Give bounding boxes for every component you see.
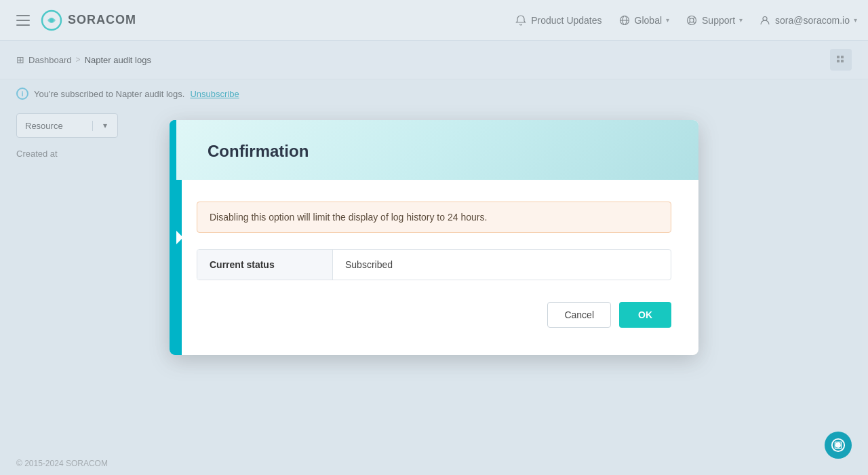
modal-table-row: Current status Subscribed: [197, 250, 671, 280]
cancel-button[interactable]: Cancel: [547, 302, 611, 328]
modal-body: Disabling this option will limit the dis…: [170, 180, 698, 355]
confirmation-modal: Confirmation Disabling this option will …: [170, 120, 698, 355]
modal-header: Confirmation: [170, 120, 698, 180]
ok-button[interactable]: OK: [619, 302, 671, 328]
current-status-label: Current status: [197, 250, 333, 280]
modal-warning-message: Disabling this option will limit the dis…: [197, 202, 671, 233]
warning-text: Disabling this option will limit the dis…: [210, 212, 487, 223]
svg-point-25: [837, 444, 840, 446]
modal-accent-arrow: [176, 231, 183, 244]
current-status-value: Subscribed: [333, 250, 671, 280]
help-button[interactable]: [825, 432, 852, 459]
modal-overlay: Confirmation Disabling this option will …: [0, 0, 868, 475]
modal-status-table: Current status Subscribed: [197, 249, 671, 280]
help-icon: [831, 438, 846, 453]
modal-title: Confirmation: [202, 142, 671, 161]
modal-actions: Cancel OK: [197, 302, 671, 328]
